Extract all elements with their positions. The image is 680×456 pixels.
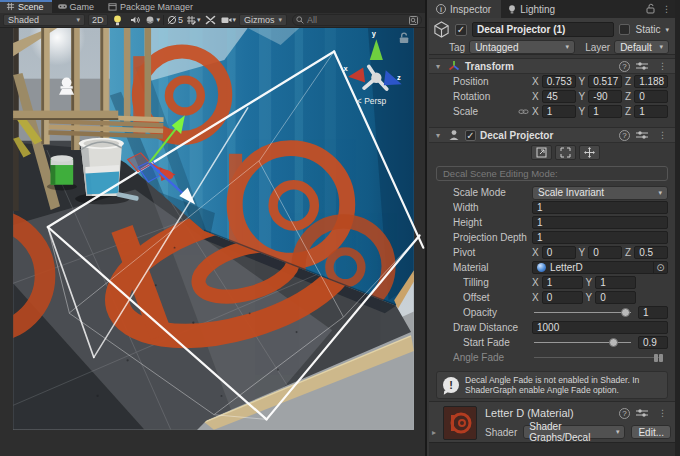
scale-edit-mode-button[interactable] xyxy=(531,145,552,160)
presets-icon[interactable] xyxy=(636,408,648,418)
kebab-menu-icon[interactable]: ⋮ xyxy=(658,0,675,18)
axis-x-label: X xyxy=(532,292,539,303)
bulb-icon xyxy=(508,4,516,15)
pivot-edit-mode-button[interactable] xyxy=(579,145,600,160)
start-fade-row: Start Fade 0.9 xyxy=(429,335,675,350)
width-field[interactable]: 1 xyxy=(532,201,668,214)
scene-search-input[interactable]: All xyxy=(292,14,422,26)
position-x-field[interactable]: 0.753 xyxy=(542,75,576,88)
help-icon[interactable]: ? xyxy=(619,130,630,141)
kebab-menu-icon[interactable]: ⋮ xyxy=(654,130,671,140)
static-dropdown-icon[interactable]: ▾ xyxy=(665,26,669,34)
material-thumbnail[interactable] xyxy=(443,406,477,440)
tab-scene[interactable]: Scene xyxy=(0,0,52,13)
static-checkbox[interactable] xyxy=(619,24,630,35)
shader-edit-button[interactable]: Edit... xyxy=(631,425,671,439)
object-picker-icon[interactable]: ⊙ xyxy=(653,261,667,274)
rotation-x-field[interactable]: 45 xyxy=(542,90,576,103)
angle-fade-minmax-slider[interactable] xyxy=(532,351,663,364)
foldout-icon[interactable]: ▾ xyxy=(433,62,443,71)
tab-lighting-label: Lighting xyxy=(520,4,555,15)
presets-icon[interactable] xyxy=(636,130,648,140)
scene-audio-toggle[interactable] xyxy=(128,14,142,26)
rotation-y-field[interactable]: -90 xyxy=(588,90,622,103)
component-enabled-checkbox[interactable]: ✓ xyxy=(465,130,476,141)
search-window-icon[interactable] xyxy=(409,16,418,25)
material-object-field[interactable]: LetterD ⊙ xyxy=(532,261,668,274)
opacity-slider[interactable] xyxy=(532,306,633,319)
draw-distance-field[interactable]: 1000 xyxy=(532,321,668,334)
tilling-y-field[interactable]: 1 xyxy=(595,276,636,289)
active-checkbox[interactable]: ✓ xyxy=(455,24,467,36)
crop-edit-mode-button[interactable] xyxy=(555,145,576,160)
help-icon[interactable]: ? xyxy=(619,61,630,72)
scale-mode-dropdown[interactable]: Scale Invariant ▾ xyxy=(532,186,668,200)
layer-dropdown[interactable]: Default ▾ xyxy=(614,40,669,54)
kebab-menu-icon[interactable]: ⋮ xyxy=(654,408,671,418)
eye-slash-icon xyxy=(167,15,177,25)
position-y-field[interactable]: 0.517 xyxy=(588,75,622,88)
layer-value: Default xyxy=(620,42,655,53)
scale-mode-label: Scale Mode xyxy=(453,187,532,198)
scene-viewport[interactable]: y x z < Persp xyxy=(0,28,427,456)
2d-toggle-button[interactable]: 2D xyxy=(88,14,108,26)
rotation-z-field[interactable]: 0 xyxy=(634,90,668,103)
gizmos-dropdown[interactable]: Gizmos ▾ xyxy=(239,14,287,26)
height-field[interactable]: 1 xyxy=(532,216,668,229)
tab-inspector[interactable]: i Inspector xyxy=(429,0,501,18)
gameobject-name-field[interactable]: Decal Projector (1) xyxy=(472,22,614,37)
pivot-y-field[interactable]: 0 xyxy=(588,246,622,259)
tool-settings-button[interactable] xyxy=(204,14,218,26)
material-foldout-icon[interactable]: ▸ xyxy=(432,428,436,437)
shading-mode-dropdown[interactable]: Shaded ▾ xyxy=(3,14,85,26)
axis-x-label: X xyxy=(532,76,539,87)
start-fade-slider[interactable] xyxy=(532,336,633,349)
chevron-down-icon[interactable]: ▾ xyxy=(197,16,201,24)
scale-x-field[interactable]: 1 xyxy=(542,105,576,118)
pivot-x-field[interactable]: 0 xyxy=(542,246,576,259)
tab-game[interactable]: Game xyxy=(52,0,103,13)
chevron-down-icon[interactable]: ▾ xyxy=(233,16,237,24)
scale-y-field[interactable]: 1 xyxy=(588,105,622,118)
camera-settings-button[interactable]: ▾ xyxy=(221,14,237,26)
tab-lighting[interactable]: Lighting xyxy=(501,0,565,18)
unlock-icon[interactable] xyxy=(645,3,656,14)
scene-effects-toggle[interactable]: ▾ xyxy=(145,14,161,26)
chevron-down-icon[interactable]: ▾ xyxy=(157,16,161,24)
chevron-down-icon: ▾ xyxy=(566,43,570,51)
help-icon[interactable]: ? xyxy=(619,408,630,419)
offset-y-field[interactable]: 0 xyxy=(595,291,636,304)
grid-settings-button[interactable]: ▾ xyxy=(186,14,201,26)
tilling-row: Tilling X1 Y1 xyxy=(429,275,675,290)
angle-fade-label: Angle Fade xyxy=(453,352,532,363)
letter-d-logo xyxy=(444,407,476,439)
tilling-x-field[interactable]: 1 xyxy=(542,276,583,289)
presets-icon[interactable] xyxy=(636,61,648,71)
shading-mode-label: Shaded xyxy=(8,15,72,25)
constrain-proportions-icon[interactable] xyxy=(516,106,530,117)
foldout-icon[interactable]: ▾ xyxy=(433,131,443,140)
tab-package-manager[interactable]: Package Manager xyxy=(102,0,201,13)
search-placeholder: All xyxy=(307,15,406,25)
start-fade-field[interactable]: 0.9 xyxy=(638,336,668,349)
scene-lighting-toggle[interactable] xyxy=(111,14,125,26)
kebab-menu-icon[interactable]: ⋮ xyxy=(654,61,671,71)
axis-z-label: z xyxy=(397,73,401,82)
position-z-field[interactable]: 1.188 xyxy=(634,75,668,88)
inspector-footer xyxy=(429,442,675,456)
persp-label[interactable]: Persp xyxy=(364,96,386,106)
hidden-objects-button[interactable]: 5 xyxy=(167,14,183,26)
opacity-field[interactable]: 1 xyxy=(638,306,668,319)
projection-depth-field[interactable]: 1 xyxy=(532,231,668,244)
pivot-z-field[interactable]: 0.5 xyxy=(634,246,668,259)
scale-z-field[interactable]: 1 xyxy=(634,105,668,118)
decal-projector-header[interactable]: ▾ ✓ Decal Projector ? ⋮ xyxy=(429,127,675,143)
gizmo-center-cube[interactable] xyxy=(371,73,381,83)
offset-x-field[interactable]: 0 xyxy=(542,291,583,304)
gameobject-cube-icon[interactable] xyxy=(433,21,450,38)
tag-dropdown[interactable]: Untagged ▾ xyxy=(469,40,575,54)
shader-dropdown[interactable]: Shader Graphs/Decal ▾ xyxy=(523,425,625,439)
minmax-handle[interactable] xyxy=(654,354,663,362)
opacity-label: Opacity xyxy=(463,307,532,318)
transform-header[interactable]: ▾ Transform ? ⋮ xyxy=(429,58,675,74)
